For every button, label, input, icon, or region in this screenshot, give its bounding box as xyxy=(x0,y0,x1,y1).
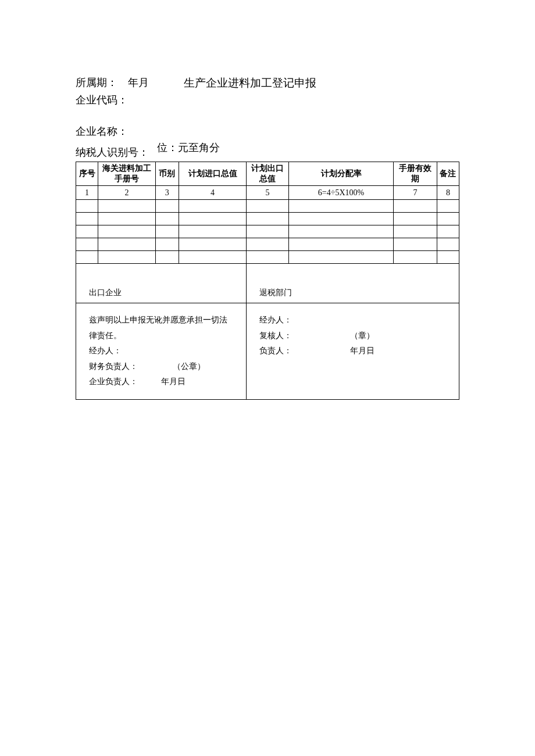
right-reviewer: 复核人： xyxy=(259,331,292,340)
th-import: 计划进口总值 xyxy=(179,162,247,186)
tax-dept-cell: 退税部门 xyxy=(247,264,459,303)
taxid-label: 纳税人识别号： xyxy=(76,145,471,159)
tax-dept-content: 经办人： 复核人：（章） 负责人：年月日 xyxy=(247,303,459,400)
left-stamp: （公章） xyxy=(173,362,205,371)
header-row: 所属期： 年月 生产企业进料加工登记申报 xyxy=(76,76,471,91)
th-rate: 计划分配率 xyxy=(288,162,394,186)
data-row-1 xyxy=(76,200,459,213)
export-company-cell: 出口企业 xyxy=(76,264,247,303)
right-date: 年月日 xyxy=(350,346,374,355)
left-finance: 财务负责人： xyxy=(89,362,138,371)
main-table: 序号 海关进料加工手册号 币别 计划进口总值 计划出口总值 计划分配率 手册有效… xyxy=(76,162,459,400)
document-container: 所属期： 年月 生产企业进料加工登记申报 企业代码： 企业名称： 位：元至角分 … xyxy=(76,76,471,400)
data-row-3 xyxy=(76,225,459,238)
left-head-row: 企业负责人：年月日 xyxy=(89,374,233,390)
document-title: 生产企业进料加工登记申报 xyxy=(184,76,316,91)
left-finance-row: 财务负责人：（公章） xyxy=(89,359,233,375)
num-4: 4 xyxy=(179,186,247,200)
right-head: 负责人： xyxy=(259,346,292,355)
th-export: 计划出口总值 xyxy=(247,162,288,186)
data-row-4 xyxy=(76,238,459,251)
th-valid: 手册有效期 xyxy=(394,162,437,186)
export-company-label: 出口企业 xyxy=(89,288,122,297)
num-3: 3 xyxy=(155,186,179,200)
export-company-content: 兹声明以上申报无讹并愿意承担一切法律责任。 经办人： 财务负责人：（公章） 企业… xyxy=(76,303,247,400)
data-row-2 xyxy=(76,213,459,225)
company-code-label: 企业代码： xyxy=(76,93,471,107)
th-remark: 备注 xyxy=(437,162,459,186)
num-2: 2 xyxy=(98,186,155,200)
footer-title-row: 出口企业 退税部门 xyxy=(76,264,459,303)
num-5: 5 xyxy=(247,186,288,200)
spacer xyxy=(76,109,471,124)
th-currency: 币别 xyxy=(155,162,179,186)
num-6: 6=4÷5X100% xyxy=(288,186,394,200)
right-stamp: （章） xyxy=(350,331,374,340)
right-head-row: 负责人：年月日 xyxy=(259,343,446,359)
left-handler: 经办人： xyxy=(89,343,233,359)
company-name-label: 企业名称： xyxy=(76,124,471,138)
right-reviewer-row: 复核人：（章） xyxy=(259,328,446,344)
num-1: 1 xyxy=(76,186,98,200)
left-date: 年月日 xyxy=(161,377,186,386)
num-8: 8 xyxy=(437,186,459,200)
period-label: 所属期： 年月 xyxy=(76,76,149,91)
footer-content-row: 兹声明以上申报无讹并愿意承担一切法律责任。 经办人： 财务负责人：（公章） 企业… xyxy=(76,303,459,400)
tax-dept-label: 退税部门 xyxy=(259,288,292,297)
data-row-5 xyxy=(76,251,459,264)
left-company-head: 企业负责人： xyxy=(89,377,138,386)
number-row: 1 2 3 4 5 6=4÷5X100% 7 8 xyxy=(76,186,459,200)
th-manual: 海关进料加工手册号 xyxy=(98,162,155,186)
unit-label: 位：元至角分 xyxy=(157,141,220,155)
right-handler: 经办人： xyxy=(259,313,446,328)
period-label-text: 所属期： xyxy=(76,77,117,88)
declaration-text: 兹声明以上申报无讹并愿意承担一切法律责任。 xyxy=(89,313,233,343)
th-seq: 序号 xyxy=(76,162,98,186)
num-7: 7 xyxy=(394,186,437,200)
period-value: 年月 xyxy=(128,77,149,88)
